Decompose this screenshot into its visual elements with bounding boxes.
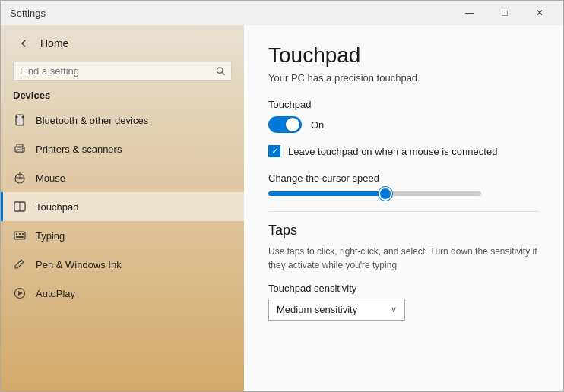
title-bar: Settings — □ ✕ xyxy=(1,1,563,25)
toggle-on-label: On xyxy=(311,119,324,131)
sensitivity-label: Touchpad sensitivity xyxy=(268,283,539,294)
checkbox-row: ✓ Leave touchpad on when a mouse is conn… xyxy=(268,145,539,157)
svg-point-5 xyxy=(16,116,18,119)
sensitivity-value: Medium sensitivity xyxy=(277,304,357,315)
sidebar-item-bluetooth[interactable]: Bluetooth & other devices xyxy=(1,106,244,134)
minimize-button[interactable]: — xyxy=(452,1,487,25)
back-arrow-icon xyxy=(19,39,28,48)
slider-section: Change the cursor speed xyxy=(268,172,539,196)
sidebar-section-title: Devices xyxy=(1,87,244,106)
pen-icon xyxy=(13,258,27,271)
main-content: Home Devices xyxy=(1,25,563,391)
title-bar-controls: — □ ✕ xyxy=(452,1,557,25)
title-bar-left: Settings xyxy=(10,8,46,19)
touchpad-icon xyxy=(13,200,27,213)
svg-point-4 xyxy=(22,116,24,119)
touchpad-toggle[interactable] xyxy=(268,116,302,133)
checkbox-label: Leave touchpad on when a mouse is connec… xyxy=(288,146,497,157)
sidebar-nav-top: Home xyxy=(1,25,244,62)
svg-line-21 xyxy=(20,261,22,264)
page-title: Touchpad xyxy=(268,43,539,68)
close-button[interactable]: ✕ xyxy=(522,1,557,25)
divider xyxy=(268,211,539,212)
sidebar-item-touchpad[interactable]: Touchpad xyxy=(1,192,244,221)
sidebar-item-label-mouse: Mouse xyxy=(36,172,65,184)
sidebar-item-mouse[interactable]: Mouse xyxy=(1,163,244,192)
page-subtitle: Your PC has a precision touchpad. xyxy=(268,72,539,84)
checkmark-icon: ✓ xyxy=(271,147,278,156)
search-input[interactable] xyxy=(20,65,211,77)
maximize-button[interactable]: □ xyxy=(487,1,522,25)
sidebar-item-label-autoplay: AutoPlay xyxy=(36,288,75,299)
slider-thumb[interactable] xyxy=(379,187,392,201)
taps-section-title: Taps xyxy=(268,223,539,239)
sidebar-item-label-printers: Printers & scanners xyxy=(36,144,122,155)
sensitivity-dropdown[interactable]: Medium sensitivity ∨ xyxy=(268,299,405,321)
svg-point-9 xyxy=(22,148,24,150)
svg-rect-3 xyxy=(17,116,22,124)
bluetooth-icon xyxy=(13,113,27,127)
search-icon xyxy=(216,66,225,76)
sidebar-item-label-bluetooth: Bluetooth & other devices xyxy=(36,115,148,126)
dropdown-chevron-icon: ∨ xyxy=(391,305,397,315)
taps-description: Use taps to click, right-click, and sele… xyxy=(268,245,539,272)
svg-rect-18 xyxy=(19,233,21,235)
right-panel: Touchpad Your PC has a precision touchpa… xyxy=(244,25,563,391)
mouse-icon xyxy=(13,171,27,185)
slider-label: Change the cursor speed xyxy=(268,172,539,184)
sidebar-item-printers[interactable]: Printers & scanners xyxy=(1,134,244,163)
slider-fill xyxy=(268,191,385,196)
window-title: Settings xyxy=(10,8,46,19)
typing-icon xyxy=(13,229,27,242)
sidebar-item-label-pen: Pen & Windows Ink xyxy=(36,259,122,270)
svg-rect-19 xyxy=(22,233,24,235)
svg-line-1 xyxy=(222,72,224,74)
toggle-row: On xyxy=(268,116,539,133)
sidebar-item-pen[interactable]: Pen & Windows Ink xyxy=(1,250,244,279)
sidebar-item-label-typing: Typing xyxy=(36,230,65,242)
printer-icon xyxy=(13,142,27,156)
sidebar-items: Bluetooth & other devices Printers & sca… xyxy=(1,106,244,391)
home-label: Home xyxy=(40,37,68,49)
toggle-knob xyxy=(286,118,299,131)
cursor-speed-slider[interactable] xyxy=(268,191,481,196)
svg-marker-23 xyxy=(18,291,23,296)
sidebar: Home Devices xyxy=(1,25,244,391)
svg-rect-20 xyxy=(16,236,24,238)
settings-window: Settings — □ ✕ Home xyxy=(0,0,564,392)
leave-touchpad-checkbox[interactable]: ✓ xyxy=(268,145,280,157)
autoplay-icon xyxy=(13,286,27,300)
svg-rect-17 xyxy=(16,233,17,235)
touchpad-section-label: Touchpad xyxy=(268,99,539,110)
sidebar-item-autoplay[interactable]: AutoPlay xyxy=(1,279,244,308)
sidebar-item-label-touchpad: Touchpad xyxy=(36,201,78,213)
search-box[interactable] xyxy=(13,62,232,81)
back-button[interactable] xyxy=(13,33,34,54)
svg-rect-16 xyxy=(14,232,25,239)
sidebar-item-typing[interactable]: Typing xyxy=(1,221,244,250)
